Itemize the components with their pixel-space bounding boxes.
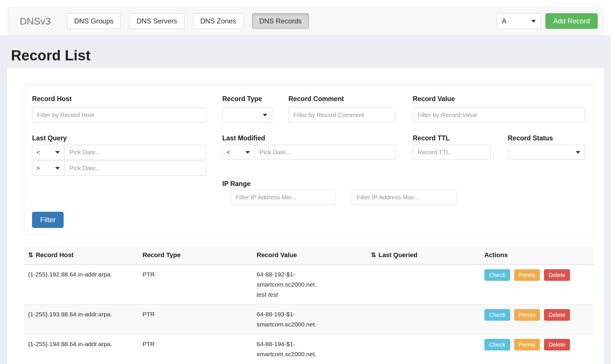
brand-logo: DNSv3	[20, 16, 51, 27]
record-host-filter-group: Record Host	[32, 95, 206, 122]
last-query-label: Last Query	[32, 134, 67, 142]
nav-dns-records-button[interactable]: DNS Records	[252, 13, 309, 29]
perms-button[interactable]: Perms	[514, 339, 540, 350]
last-modified-label: Last Modified	[222, 134, 265, 142]
page-title: Record List	[11, 47, 611, 64]
delete-button[interactable]: Delete	[544, 339, 570, 350]
cell-record-value: 64-88-193-$1- smartcom.sc2000.net.	[257, 304, 371, 334]
record-value-label: Record Value	[413, 95, 585, 103]
cell-record-value: 64-88-192-$1- smartcom.sc2000.net. test …	[257, 265, 371, 305]
table-row: {1-255}.193.88.64.in-addr.arpa. PTR 64-8…	[24, 304, 594, 334]
navbar-right-group: A Add Record	[496, 13, 598, 29]
last-query-after-date-input[interactable]	[64, 161, 206, 176]
cell-last-queried	[371, 334, 484, 364]
record-value-filter-group: Record Value	[413, 95, 585, 122]
last-modified-date-group: <	[222, 145, 396, 160]
navbar: DNSv3 DNS Groups DNS Servers DNS Zones D…	[8, 7, 603, 35]
column-label: Last Queried	[378, 251, 417, 259]
last-query-after-operator-select[interactable]: >	[32, 161, 65, 176]
check-button[interactable]: Check	[484, 269, 510, 281]
column-label: Actions	[484, 251, 508, 259]
last-query-before-date-input[interactable]	[64, 145, 206, 160]
record-value-line: 64-88-193-$1-	[257, 309, 368, 319]
record-value-line: 64-88-192-$1-	[257, 269, 368, 279]
cell-record-type: PTR	[142, 304, 257, 334]
cell-record-host: {1-255}.194.88.64.in-addr.arpa.	[24, 334, 142, 364]
column-label: Record Host	[36, 251, 73, 259]
last-modified-operator-select[interactable]: <	[222, 145, 255, 160]
main-nav: DNS Groups DNS Servers DNS Zones DNS Rec…	[67, 13, 309, 29]
caret-down-icon	[576, 151, 580, 154]
last-query-after-group: >	[32, 161, 206, 176]
column-label: Record Value	[257, 251, 297, 259]
record-type-label: Record Type	[222, 95, 272, 103]
nav-dns-zones-button[interactable]: DNS Zones	[193, 13, 243, 29]
column-header-record-host[interactable]: ⇅Record Host	[24, 246, 142, 265]
cell-actions: Check Perms Delete	[484, 265, 594, 305]
record-ttl-filter-input[interactable]	[413, 145, 491, 160]
cell-last-queried	[371, 304, 484, 334]
operator-value: <	[36, 149, 40, 156]
perms-button[interactable]: Perms	[514, 269, 540, 281]
last-query-before-group: <	[32, 145, 206, 160]
caret-down-icon	[245, 151, 250, 154]
record-ttl-label: Record TTL	[413, 134, 450, 142]
record-comment-filter-group: Record Comment	[288, 95, 396, 122]
record-type-quick-select[interactable]: A	[496, 13, 541, 29]
check-button[interactable]: Check	[484, 309, 510, 321]
caret-down-icon	[531, 20, 536, 23]
page-background: Record List Record Host Record Type Reco…	[0, 35, 611, 364]
last-modified-date-input[interactable]	[255, 145, 396, 160]
last-query-before-operator-select[interactable]: <	[32, 145, 65, 160]
record-status-label: Record Status	[508, 134, 553, 142]
operator-value: <	[227, 149, 230, 156]
filter-button[interactable]: Filter	[32, 212, 64, 228]
main-panel: Record Host Record Type Record Comment R…	[7, 68, 604, 364]
delete-button[interactable]: Delete	[544, 309, 570, 321]
column-header-actions: Actions	[484, 246, 594, 265]
record-comment-filter-input[interactable]	[288, 107, 396, 122]
cell-record-type: PTR	[142, 265, 257, 305]
perms-button[interactable]: Perms	[514, 309, 540, 321]
cell-actions: Check Perms Delete	[484, 304, 594, 334]
caret-down-icon	[263, 114, 267, 116]
cell-record-host: {1-255}.192.88.64.in-addr.arpa.	[24, 265, 142, 305]
column-header-last-queried[interactable]: ⇅Last Queried	[371, 246, 484, 265]
add-record-button[interactable]: Add Record	[545, 13, 598, 29]
record-type-quick-select-value: A	[502, 17, 506, 25]
sort-icon: ⇅	[28, 251, 33, 259]
operator-value: >	[36, 165, 40, 172]
record-value-line: smartcom.sc2000.net.	[257, 319, 368, 329]
record-type-filter-group: Record Type	[222, 95, 272, 122]
cell-last-queried	[371, 265, 484, 305]
nav-dns-servers-button[interactable]: DNS Servers	[129, 13, 184, 29]
record-comment-note: test test	[257, 289, 368, 300]
column-label: Record Type	[142, 251, 181, 259]
table-row: {1-255}.192.88.64.in-addr.arpa. PTR 64-8…	[24, 265, 594, 305]
filter-panel: Record Host Record Type Record Comment R…	[24, 84, 594, 235]
ip-address-min-input[interactable]	[231, 190, 336, 205]
table-header-row: ⇅Record Host Record Type Record Value ⇅L…	[24, 246, 594, 265]
ip-address-max-input[interactable]	[352, 190, 457, 205]
record-value-line: smartcom.sc2000.net.	[257, 279, 368, 289]
caret-down-icon	[55, 167, 60, 170]
delete-button[interactable]: Delete	[544, 269, 570, 281]
records-table: ⇅Record Host Record Type Record Value ⇅L…	[24, 246, 594, 364]
record-host-label: Record Host	[32, 95, 206, 103]
column-header-record-type: Record Type	[142, 246, 257, 265]
record-host-filter-input[interactable]	[32, 107, 206, 122]
ip-range-label: IP Range	[222, 180, 251, 188]
record-status-filter-select[interactable]	[508, 145, 585, 160]
table-row: {1-255}.194.88.64.in-addr.arpa. PTR 64-8…	[24, 334, 594, 364]
record-comment-label: Record Comment	[288, 95, 396, 103]
record-type-filter-select[interactable]	[222, 107, 272, 122]
caret-down-icon	[55, 151, 60, 154]
cell-record-type: PTR	[142, 334, 257, 364]
cell-actions: Check Perms Delete	[484, 334, 594, 364]
nav-dns-groups-button[interactable]: DNS Groups	[67, 13, 121, 29]
sort-icon: ⇅	[371, 251, 376, 259]
cell-record-host: {1-255}.193.88.64.in-addr.arpa.	[24, 304, 142, 334]
check-button[interactable]: Check	[484, 339, 510, 350]
record-value-filter-input[interactable]	[413, 107, 585, 122]
record-value-line: 64-88-194-$1-	[257, 339, 368, 349]
